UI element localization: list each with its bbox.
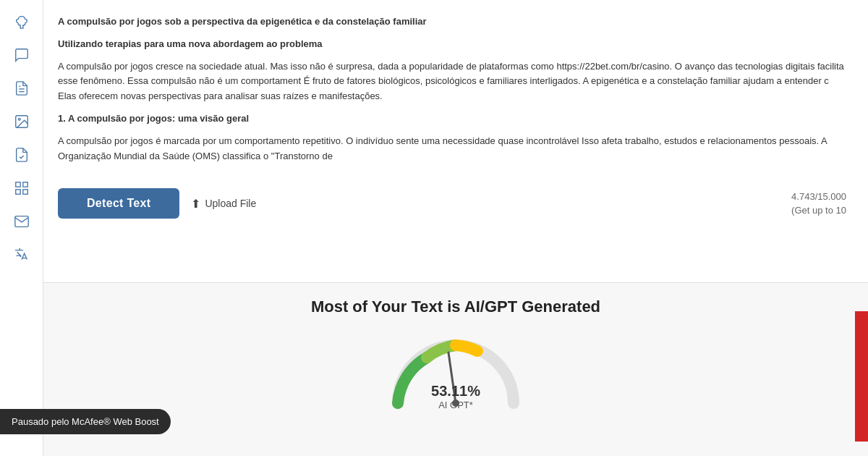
sidebar-icon-mail[interactable] [7, 207, 36, 236]
paragraph-title3: 1. A compulsão por jogos: uma visão gera… [58, 111, 846, 127]
svg-rect-6 [15, 190, 20, 194]
sidebar-icon-brain[interactable] [7, 7, 36, 36]
sidebar-icon-file-check[interactable] [7, 140, 36, 169]
action-bar: Detect Text ⬆ Upload File 4.743/15.000 (… [58, 181, 846, 219]
upload-icon: ⬆ [191, 197, 200, 211]
gauge-percent: 53.11% [431, 383, 480, 400]
sidebar-icon-grid[interactable] [7, 174, 36, 203]
gauge-label: 53.11% AI GPT* [431, 383, 480, 410]
detect-text-button[interactable]: Detect Text [58, 188, 179, 219]
sidebar-icon-document[interactable] [7, 74, 36, 103]
paragraph-title2: Utilizando terapias para uma nova aborda… [58, 37, 846, 52]
editor-section: A compulsão por jogos sob a perspectiva … [43, 0, 868, 282]
text-content: A compulsão por jogos sob a perspectiva … [58, 14, 846, 171]
right-edge-element [855, 311, 868, 442]
mcafee-notification: Pausado pelo McAfee® Web Boost [0, 409, 171, 434]
sidebar [0, 0, 43, 456]
paragraph-body2: A compulsão por jogos é marcada por um c… [58, 134, 846, 164]
svg-point-3 [18, 118, 20, 120]
svg-rect-7 [22, 190, 27, 194]
word-count: 4.743/15.000 (Get up to 10 [791, 190, 846, 218]
upload-file-button[interactable]: ⬆ Upload File [191, 197, 256, 211]
result-title: Most of Your Text is AI/GPT Generated [311, 297, 600, 316]
gauge-sub-label: AI GPT* [431, 400, 480, 410]
svg-rect-4 [15, 182, 20, 187]
action-bar-left: Detect Text ⬆ Upload File [58, 188, 256, 219]
svg-rect-5 [22, 182, 27, 187]
gauge-container: 53.11% AI GPT* [383, 331, 528, 410]
sidebar-icon-image-text[interactable] [7, 107, 36, 136]
sidebar-icon-translate[interactable] [7, 240, 36, 269]
paragraph-body1: A compulsão por jogos cresce na sociedad… [58, 59, 846, 104]
main-area: A compulsão por jogos sob a perspectiva … [43, 0, 868, 456]
paragraph-title1: A compulsão por jogos sob a perspectiva … [58, 14, 846, 30]
sidebar-icon-chat[interactable] [7, 41, 36, 69]
